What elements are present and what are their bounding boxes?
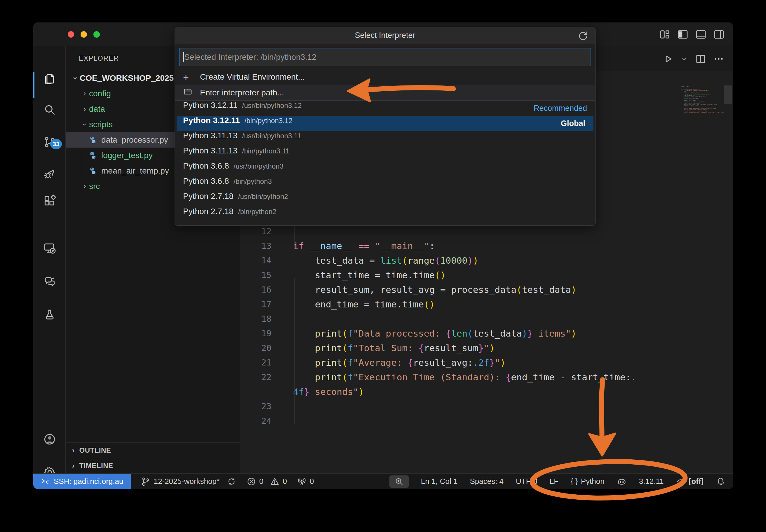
customize-layout-icon[interactable] <box>659 28 671 41</box>
errorlens-toggle[interactable]: [off] <box>676 477 704 487</box>
code-line[interactable]: 16 result_sum, result_avg = process_data… <box>241 282 733 297</box>
text-cursor <box>183 52 183 62</box>
interpreter-option-5[interactable]: Python 3.6.8/bin/python3 <box>175 176 595 192</box>
refresh-icon[interactable] <box>577 30 589 41</box>
interpreter-option-2[interactable]: Python 3.11.13/usr/bin/python3.11 <box>175 131 595 146</box>
folder-icon <box>183 87 197 99</box>
remote-indicator[interactable]: SSH: gadi.nci.org.au <box>33 474 131 489</box>
git-branch-icon <box>141 477 151 487</box>
chevron-down-icon: › <box>71 74 80 83</box>
chevron-right-icon: › <box>80 182 89 191</box>
chevron-right-icon: › <box>80 104 89 113</box>
toggle-panel-icon[interactable] <box>695 28 707 41</box>
python-version[interactable]: 3.12.11 <box>639 477 664 486</box>
code-line[interactable]: 14 test_data = list(range(10000)) <box>241 253 733 268</box>
copilot-icon <box>617 477 627 487</box>
split-editor-icon[interactable] <box>695 53 707 65</box>
interpreter-option-0[interactable]: Python 3.12.11/usr/bin/python3.12 Recomm… <box>175 101 595 116</box>
indent-guide <box>81 133 81 180</box>
code-line[interactable]: 23 <box>241 399 733 414</box>
notifications-bell[interactable] <box>716 477 726 487</box>
plus-icon: + <box>183 71 197 83</box>
code-line[interactable]: 17 end_time = time.time() <box>241 297 733 311</box>
run-python-file-icon[interactable] <box>662 53 674 65</box>
python-file-icon <box>88 136 97 144</box>
timeline-section[interactable]: › TIMELINE <box>66 458 241 473</box>
chat-icon[interactable] <box>43 275 56 288</box>
radio-tower-icon <box>297 477 307 487</box>
sync-icon <box>227 477 237 487</box>
minimize-button[interactable] <box>81 31 87 38</box>
scm-badge: 33 <box>50 139 62 149</box>
code-line[interactable]: 21 print(f"Average: {result_avg:.2f}") <box>241 355 733 370</box>
code-line[interactable]: 24 <box>241 414 733 428</box>
language-mode[interactable]: { } Python <box>571 477 605 486</box>
zoom-button[interactable] <box>93 31 100 38</box>
toggle-secondary-sidebar-icon[interactable] <box>713 28 725 41</box>
python-file-icon <box>88 167 97 175</box>
git-branch-item[interactable]: 12-2025-workshop* <box>141 477 236 487</box>
indentation[interactable]: Spaces: 4 <box>470 477 503 486</box>
extensions-icon[interactable] <box>43 195 56 207</box>
code-line[interactable]: 22 print(f"Execution Time (Standard): {e… <box>241 370 733 384</box>
more-actions-icon[interactable] <box>713 53 725 65</box>
enter-interpreter-path-option[interactable]: Enter interpreter path... <box>175 85 595 101</box>
chevron-right-icon: › <box>72 462 75 470</box>
scrollbar-thumb[interactable] <box>724 85 732 104</box>
remote-icon <box>41 477 50 486</box>
activity-bar: 33 1 <box>33 46 66 473</box>
dialog-title-bar: Select Interpreter <box>175 27 595 44</box>
warnings-icon <box>270 477 280 487</box>
interpreter-option-7[interactable]: Python 2.7.18/bin/python2 <box>175 207 595 222</box>
create-venv-option[interactable]: + Create Virtual Environment... <box>175 69 595 85</box>
interpreter-option-1-selected[interactable]: Python 3.12.11/bin/python3.12 Global <box>176 116 594 131</box>
account-icon[interactable] <box>43 433 56 446</box>
zoom-indicator[interactable] <box>389 475 409 488</box>
recommended-tag: Recommended <box>534 104 587 113</box>
run-debug-icon[interactable] <box>43 167 56 180</box>
encoding[interactable]: UTF-8 <box>516 477 537 486</box>
active-indicator <box>33 72 34 98</box>
indent-guide <box>294 278 295 424</box>
chevron-down-icon: › <box>80 120 89 129</box>
code-line[interactable]: 13if __name__ == "__main__": <box>241 239 733 253</box>
global-tag: Global <box>561 119 585 128</box>
code-line[interactable]: 12 <box>241 224 733 239</box>
zoom-in-icon <box>394 477 404 486</box>
testing-icon[interactable] <box>43 308 56 321</box>
chevron-right-icon: › <box>72 446 75 454</box>
explorer-icon[interactable] <box>43 73 56 85</box>
select-interpreter-dialog: Select Interpreter Selected Interpreter:… <box>174 27 596 226</box>
python-file-icon <box>88 151 97 160</box>
braces-icon: { } <box>571 477 578 486</box>
interpreter-input[interactable]: Selected Interpreter: /bin/python3.12 <box>179 48 591 66</box>
dialog-title: Select Interpreter <box>355 31 415 40</box>
minimap[interactable]: import time def process_data(data_list):… <box>681 86 725 118</box>
code-line[interactable]: 4f} seconds") <box>241 384 733 399</box>
code-line[interactable]: 15 start_time = time.time() <box>241 268 733 282</box>
interpreter-option-4[interactable]: Python 3.6.8/usr/bin/python3 <box>175 161 595 176</box>
interpreter-option-3[interactable]: Python 3.11.13/bin/python3.11 <box>175 146 595 161</box>
bell-icon <box>716 477 726 487</box>
chevron-right-icon: › <box>80 89 89 98</box>
status-bar: SSH: gadi.nci.org.au 12-2025-workshop* 0… <box>33 473 733 489</box>
eol-sequence[interactable]: LF <box>550 477 558 486</box>
code-line[interactable]: 18 <box>241 311 733 326</box>
interpreter-option-6[interactable]: Python 2.7.18/usr/bin/python2 <box>175 192 595 207</box>
toggle-sidebar-icon[interactable] <box>677 28 689 41</box>
run-dropdown-chevron-icon[interactable] <box>680 55 688 63</box>
remote-explorer-icon[interactable] <box>43 242 56 255</box>
errors-icon <box>246 477 256 487</box>
cursor-position[interactable]: Ln 1, Col 1 <box>421 477 458 486</box>
ports-item[interactable]: 0 <box>297 477 314 487</box>
outline-section[interactable]: › OUTLINE <box>66 442 241 458</box>
search-icon[interactable] <box>43 103 56 116</box>
traffic-lights <box>68 22 100 46</box>
close-button[interactable] <box>68 31 74 38</box>
code-line[interactable]: 20 print(f"Total Sum: {result_sum}") <box>241 341 733 355</box>
eye-icon <box>676 477 686 487</box>
copilot-item[interactable] <box>617 477 627 487</box>
code-line[interactable]: 19 print(f"Data processed: {len(test_dat… <box>241 326 733 341</box>
code-lines: 10 average = total / len(data_list)11 re… <box>241 195 733 428</box>
problems-item[interactable]: 0 0 <box>246 477 287 487</box>
